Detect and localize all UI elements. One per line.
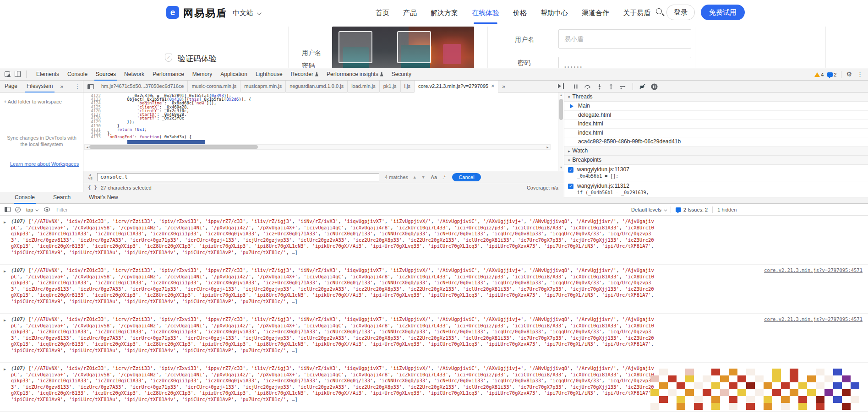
section-header-threads[interactable]: ▾Threads	[564, 92, 868, 102]
drawer-tab-console[interactable]: Console	[14, 192, 36, 204]
breakpoint-checkbox[interactable]: ✓	[568, 167, 573, 173]
thread-row-0[interactable]: Main	[564, 102, 868, 111]
source-location-link[interactable]: core.v2.21.3.min.js?v=2797095:4571	[764, 267, 863, 274]
sidebar-tab-page[interactable]: Page	[0, 81, 22, 92]
scroll-left-arrow[interactable]: ◄	[86, 145, 89, 150]
find-next-icon[interactable]: ▼	[421, 175, 426, 179]
site-logo-text[interactable]: 网易易盾	[183, 6, 227, 20]
devtools-tab-console[interactable]: Console	[63, 68, 92, 81]
thread-row-3[interactable]: index.html	[564, 129, 868, 138]
language-selector[interactable]: 中文站	[233, 9, 260, 17]
close-tab-icon[interactable]: ×	[491, 83, 494, 89]
devtools-menu-kebab-icon[interactable]: ⋮	[856, 71, 864, 78]
devtools-tab-recorder[interactable]: Recorder	[287, 68, 322, 81]
find-cancel-button[interactable]: Cancel	[452, 173, 480, 181]
deactivate-breakpoints-icon[interactable]	[639, 83, 646, 90]
breakpoint-entry-0[interactable]: ✓wangyiyidun.js:11307_0x4b56b1 = [];	[564, 165, 868, 181]
sidebar-tab-filesystem[interactable]: Filesystem	[22, 81, 57, 92]
console-log-entry-1[interactable]: ▶(107) ['//A7UvNX', 'iciv/rZ0ic33', 'icr…	[0, 265, 868, 314]
hide-navigator-icon[interactable]	[87, 84, 94, 89]
devtools-tab-elements[interactable]: Elements	[32, 68, 63, 81]
pause-script-icon[interactable]	[573, 83, 579, 90]
nav-item-2[interactable]: 解决方案	[431, 0, 458, 25]
step-into-icon[interactable]	[596, 83, 603, 90]
sidebar-menu-kebab-icon[interactable]: ⋮	[75, 83, 80, 90]
scrollbar-thumb[interactable]	[559, 99, 563, 120]
expand-triangle-icon[interactable]: ▶	[4, 317, 6, 324]
file-tab-5[interactable]: pk1.js	[380, 81, 401, 92]
file-tabs-overflow-chevron[interactable]: »	[498, 83, 509, 90]
inspect-element-icon[interactable]	[5, 71, 10, 77]
file-tab-2[interactable]: musicapm.min.js	[240, 81, 286, 92]
section-header-watch[interactable]: ▸Watch	[564, 147, 868, 156]
devtools-tab-security[interactable]: Security	[388, 68, 415, 81]
console-filter-input[interactable]	[56, 207, 139, 212]
breakpoint-checkbox[interactable]: ✓	[568, 184, 573, 189]
pretty-print-icon[interactable]: { }	[88, 185, 97, 190]
expand-triangle-icon[interactable]: ▶	[4, 219, 6, 226]
captcha-street-image[interactable]	[332, 27, 474, 68]
find-input[interactable]	[97, 173, 379, 181]
warnings-badge[interactable]: 4	[814, 72, 824, 77]
file-tab-6[interactable]: i.js	[401, 81, 415, 92]
devtools-tab-lighthouse[interactable]: Lighthouse	[251, 68, 287, 81]
drawer-tab-what-s-new[interactable]: What's New	[88, 192, 119, 204]
add-folder-to-workspace[interactable]: + Add folder to workspace	[4, 99, 62, 104]
issues-badge[interactable]: 2	[827, 72, 836, 77]
file-tab-4[interactable]: load.min.js	[348, 81, 380, 92]
nav-item-7[interactable]: 关于易盾	[623, 0, 650, 25]
scrollbar-thumb[interactable]	[89, 145, 258, 149]
device-toolbar-icon[interactable]	[15, 71, 21, 77]
context-selector[interactable]: top	[26, 207, 38, 212]
expand-triangle-icon[interactable]: ▶	[4, 268, 6, 275]
file-tab-1[interactable]: music-corona.min.js	[188, 81, 240, 92]
search-icon[interactable]	[656, 8, 662, 14]
free-trial-button[interactable]: 免费试用	[701, 5, 745, 20]
find-previous-icon[interactable]: ▲	[413, 175, 417, 179]
show-debugger-panel-icon[interactable]	[558, 83, 565, 89]
devtools-tab-application[interactable]: Application	[216, 68, 251, 81]
step-icon[interactable]	[619, 83, 627, 90]
file-tab-7[interactable]: core.v2.21.3.min.js?v=2797095×	[415, 81, 498, 92]
devtools-tab-memory[interactable]: Memory	[188, 68, 216, 81]
tabs-overflow-chevron[interactable]: »	[57, 83, 66, 90]
console-sidebar-icon[interactable]	[5, 207, 11, 212]
step-out-icon[interactable]	[608, 83, 614, 90]
username-input[interactable]	[558, 29, 691, 49]
horizontal-scrollbar[interactable]: ◄ ►	[84, 144, 551, 150]
nav-item-5[interactable]: 帮助中心	[540, 0, 568, 25]
devtools-tab-performance-insights[interactable]: Performance insights	[322, 68, 388, 81]
nav-item-6[interactable]: 渠道合作	[582, 0, 609, 25]
login-button[interactable]: 登录	[666, 5, 695, 20]
section-header-breakpoints[interactable]: ▾Breakpoints	[564, 156, 868, 165]
nav-item-1[interactable]: 产品	[403, 0, 417, 25]
vertical-scrollbar[interactable]: ▲ ▼	[558, 92, 564, 171]
code-editor[interactable]: 4122 , _0x2c3f0c = _0x262891[_0x1b5fa1(0…	[83, 92, 558, 171]
nav-item-4[interactable]: 价格	[513, 0, 527, 25]
step-over-icon[interactable]	[584, 83, 591, 90]
scroll-right-arrow[interactable]: ►	[546, 145, 549, 150]
password-input[interactable]: ••••••	[558, 57, 691, 68]
console-log-entry-2[interactable]: ▶(107) ['//A7UvNX', 'iciv/rZ0ic33', 'icr…	[0, 314, 868, 363]
live-expression-icon[interactable]	[44, 207, 50, 212]
devtools-tab-network[interactable]: Network	[120, 68, 148, 81]
console-log-entry-0[interactable]: ▶(107) ['//A7UvNX', 'iciv/rZ0ic33', 'icr…	[0, 216, 868, 265]
scroll-down-arrow[interactable]: ▼	[558, 166, 564, 169]
hidden-messages-label[interactable]: 1 hidden	[717, 207, 737, 212]
settings-gear-icon[interactable]: ⚙	[846, 68, 852, 81]
expand-triangle-icon[interactable]: ▶	[4, 366, 6, 373]
devtools-tab-performance[interactable]: Performance	[148, 68, 188, 81]
default-levels-dropdown[interactable]: Default levels	[631, 207, 666, 212]
scroll-up-arrow[interactable]: ▲	[558, 93, 564, 97]
file-tab-3[interactable]: neguardian.umd.1.0.0.js	[286, 81, 348, 92]
breakpoint-entry-1[interactable]: ✓wangyiyidun.js:11312if (_0x4b56b1 = _0x…	[564, 181, 868, 198]
drawer-tab-search[interactable]: Search	[52, 192, 71, 204]
thread-row-4[interactable]: aca4c982-8590-486b-99fb-06c29dead41b	[564, 137, 868, 147]
clear-console-icon[interactable]	[15, 207, 21, 212]
pause-on-exceptions-icon[interactable]	[651, 83, 658, 90]
regex-toggle[interactable]: .*	[442, 174, 446, 180]
yidun-logo-icon[interactable]: e	[166, 6, 179, 19]
learn-workspaces-link[interactable]: Learn more about Workspaces	[10, 161, 79, 167]
find-replace-toggle-icon[interactable]: A↳B	[87, 174, 94, 181]
nav-item-3[interactable]: 在线体验	[472, 0, 499, 25]
